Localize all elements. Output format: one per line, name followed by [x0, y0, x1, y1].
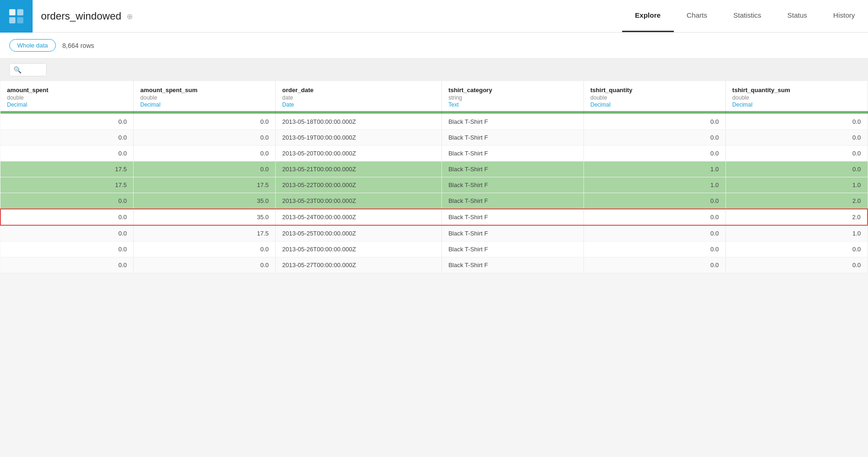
- table-cell: 0.0: [0, 257, 134, 273]
- table-cell: Black T-Shirt F: [441, 225, 583, 242]
- toolbar: Whole data 8,664 rows: [0, 33, 868, 59]
- search-icon: 🔍: [14, 66, 21, 74]
- table-cell: 0.0: [134, 257, 276, 273]
- table-cell: 0.0: [134, 130, 276, 146]
- table-cell: Black T-Shirt F: [441, 242, 583, 257]
- table-cell: 2013-05-22T00:00:00.000Z: [276, 177, 442, 193]
- table-cell: Black T-Shirt F: [441, 193, 583, 209]
- table-cell: 0.0: [134, 146, 276, 161]
- table-cell: 0.0: [0, 193, 134, 209]
- table-cell: 0.0: [726, 130, 868, 146]
- col-order-date: order_date date Date: [276, 81, 442, 111]
- table-cell: 2.0: [726, 209, 868, 225]
- table-cell: 2013-05-25T00:00:00.000Z: [276, 225, 442, 242]
- table-row[interactable]: 0.00.02013-05-20T00:00:00.000ZBlack T-Sh…: [0, 146, 868, 161]
- table-cell: 0.0: [134, 114, 276, 130]
- svg-rect-1: [17, 9, 23, 15]
- table-cell: 0.0: [0, 146, 134, 161]
- table-cell: 0.0: [0, 209, 134, 225]
- table-cell: Black T-Shirt F: [441, 146, 583, 161]
- col-tshirt-category: tshirt_category string Text: [441, 81, 583, 111]
- table-cell: 0.0: [583, 225, 726, 242]
- search-input-wrap[interactable]: 🔍: [9, 63, 47, 76]
- table-header-row: amount_spent double Decimal amount_spent…: [0, 81, 868, 111]
- table-cell: 0.0: [726, 242, 868, 257]
- tab-charts[interactable]: Charts: [674, 0, 720, 32]
- table-cell: 0.0: [0, 242, 134, 257]
- svg-rect-3: [17, 17, 23, 23]
- tab-status[interactable]: Status: [774, 0, 821, 32]
- row-count: 8,664 rows: [62, 42, 94, 49]
- whole-data-button[interactable]: Whole data: [9, 39, 56, 52]
- data-table: amount_spent double Decimal amount_spent…: [0, 81, 868, 273]
- table-cell: 2013-05-20T00:00:00.000Z: [276, 146, 442, 161]
- table-cell: 0.0: [726, 146, 868, 161]
- table-cell: 2013-05-26T00:00:00.000Z: [276, 242, 442, 257]
- table-row[interactable]: 17.50.02013-05-21T00:00:00.000ZBlack T-S…: [0, 161, 868, 177]
- table-cell: 17.5: [0, 177, 134, 193]
- table-cell: 35.0: [134, 209, 276, 225]
- table-cell: 17.5: [0, 161, 134, 177]
- table-cell: 0.0: [0, 130, 134, 146]
- search-bar: 🔍: [0, 59, 868, 81]
- table-cell: 1.0: [726, 177, 868, 193]
- table-cell: 0.0: [583, 130, 726, 146]
- table-cell: 17.5: [134, 225, 276, 242]
- table-cell: 2013-05-21T00:00:00.000Z: [276, 161, 442, 177]
- dataset-link-icon[interactable]: ⊕: [127, 12, 133, 21]
- table-cell: 0.0: [583, 193, 726, 209]
- table-row[interactable]: 0.017.52013-05-25T00:00:00.000ZBlack T-S…: [0, 225, 868, 242]
- dataset-title: orders_windowed: [41, 10, 121, 22]
- table-wrap: amount_spent double Decimal amount_spent…: [0, 81, 868, 273]
- table-cell: Black T-Shirt F: [441, 257, 583, 273]
- table-cell: 0.0: [726, 114, 868, 130]
- table-cell: 2013-05-18T00:00:00.000Z: [276, 114, 442, 130]
- table-cell: 35.0: [134, 193, 276, 209]
- table-cell: 1.0: [726, 225, 868, 242]
- main-content: amount_spent double Decimal amount_spent…: [0, 81, 868, 273]
- svg-rect-2: [9, 17, 15, 23]
- table-cell: 2013-05-23T00:00:00.000Z: [276, 193, 442, 209]
- table-cell: 1.0: [583, 161, 726, 177]
- table-row[interactable]: 17.517.52013-05-22T00:00:00.000ZBlack T-…: [0, 177, 868, 193]
- search-input[interactable]: [21, 67, 45, 74]
- table-cell: 17.5: [134, 177, 276, 193]
- logo-icon: [7, 7, 25, 25]
- col-amount-spent: amount_spent double Decimal: [0, 81, 134, 111]
- table-cell: 0.0: [726, 161, 868, 177]
- table-cell: 0.0: [726, 257, 868, 273]
- svg-rect-0: [9, 9, 15, 15]
- table-cell: 0.0: [583, 257, 726, 273]
- table-cell: 1.0: [583, 177, 726, 193]
- table-cell: Black T-Shirt F: [441, 114, 583, 130]
- table-cell: 0.0: [583, 146, 726, 161]
- table-row[interactable]: 0.035.02013-05-24T00:00:00.000ZBlack T-S…: [0, 209, 868, 225]
- table-cell: 2013-05-24T00:00:00.000Z: [276, 209, 442, 225]
- table-cell: Black T-Shirt F: [441, 130, 583, 146]
- table-row[interactable]: 0.035.02013-05-23T00:00:00.000ZBlack T-S…: [0, 193, 868, 209]
- table-cell: 0.0: [134, 242, 276, 257]
- table-cell: Black T-Shirt F: [441, 161, 583, 177]
- table-cell: 0.0: [583, 242, 726, 257]
- table-row[interactable]: 0.00.02013-05-27T00:00:00.000ZBlack T-Sh…: [0, 257, 868, 273]
- tab-history[interactable]: History: [820, 0, 868, 32]
- tab-statistics[interactable]: Statistics: [720, 0, 774, 32]
- table-row[interactable]: 0.00.02013-05-19T00:00:00.000ZBlack T-Sh…: [0, 130, 868, 146]
- table-row[interactable]: 0.00.02013-05-18T00:00:00.000ZBlack T-Sh…: [0, 114, 868, 130]
- table-cell: 0.0: [583, 114, 726, 130]
- nav-tabs: Explore Charts Statistics Status History: [622, 0, 868, 32]
- table-cell: 0.0: [134, 161, 276, 177]
- table-cell: 2.0: [726, 193, 868, 209]
- table-cell: Black T-Shirt F: [441, 209, 583, 225]
- table-cell: Black T-Shirt F: [441, 177, 583, 193]
- col-tshirt-quantity-sum: tshirt_quantity_sum double Decimal: [726, 81, 868, 111]
- table-cell: 0.0: [583, 209, 726, 225]
- app-header: orders_windowed ⊕ Explore Charts Statist…: [0, 0, 868, 33]
- tab-explore[interactable]: Explore: [622, 0, 674, 32]
- col-tshirt-quantity: tshirt_quantity double Decimal: [583, 81, 726, 111]
- logo-block: [0, 0, 33, 33]
- table-row[interactable]: 0.00.02013-05-26T00:00:00.000ZBlack T-Sh…: [0, 242, 868, 257]
- table-cell: 0.0: [0, 225, 134, 242]
- table-cell: 0.0: [0, 114, 134, 130]
- table-cell: 2013-05-27T00:00:00.000Z: [276, 257, 442, 273]
